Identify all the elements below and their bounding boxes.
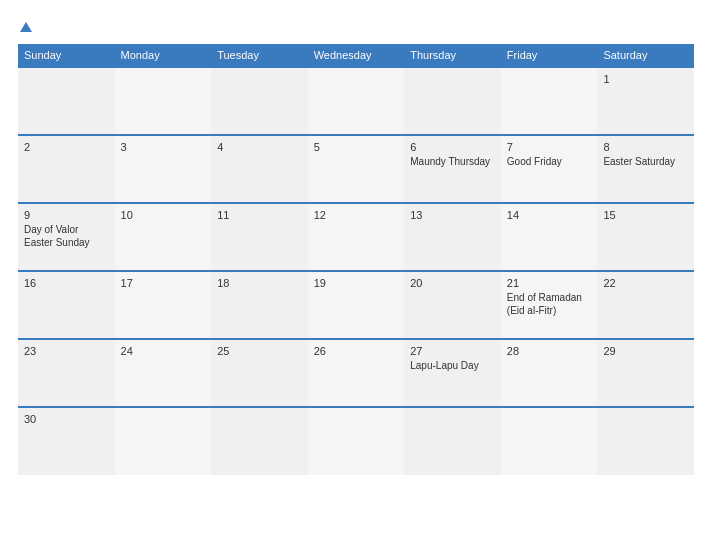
day-number: 28 <box>507 345 592 357</box>
calendar-cell: 27Lapu-Lapu Day <box>404 339 501 407</box>
day-number: 6 <box>410 141 495 153</box>
day-number: 23 <box>24 345 109 357</box>
day-number: 21 <box>507 277 592 289</box>
holiday-label: Good Friday <box>507 155 592 168</box>
day-number: 22 <box>603 277 688 289</box>
logo <box>18 18 32 34</box>
calendar-cell: 15 <box>597 203 694 271</box>
weekday-header-row: SundayMondayTuesdayWednesdayThursdayFrid… <box>18 44 694 67</box>
calendar-cell: 18 <box>211 271 308 339</box>
calendar-cell: 9Day of ValorEaster Sunday <box>18 203 115 271</box>
day-number: 8 <box>603 141 688 153</box>
day-number: 12 <box>314 209 399 221</box>
calendar-cell: 23 <box>18 339 115 407</box>
calendar-cell: 13 <box>404 203 501 271</box>
holiday-label: Easter Saturday <box>603 155 688 168</box>
calendar-cell: 10 <box>115 203 212 271</box>
calendar-cell <box>18 67 115 135</box>
day-number: 17 <box>121 277 206 289</box>
day-number: 2 <box>24 141 109 153</box>
day-number: 5 <box>314 141 399 153</box>
day-number: 18 <box>217 277 302 289</box>
calendar-cell: 14 <box>501 203 598 271</box>
calendar-cell: 28 <box>501 339 598 407</box>
calendar-cell <box>211 407 308 475</box>
day-number: 13 <box>410 209 495 221</box>
calendar-cell: 16 <box>18 271 115 339</box>
holiday-label: Lapu-Lapu Day <box>410 359 495 372</box>
holiday-label: Easter Sunday <box>24 236 109 249</box>
weekday-wednesday: Wednesday <box>308 44 405 67</box>
calendar-cell <box>115 67 212 135</box>
day-number: 3 <box>121 141 206 153</box>
calendar-cell: 29 <box>597 339 694 407</box>
calendar-cell: 11 <box>211 203 308 271</box>
day-number: 26 <box>314 345 399 357</box>
calendar-cell <box>308 67 405 135</box>
calendar-cell: 22 <box>597 271 694 339</box>
day-number: 16 <box>24 277 109 289</box>
calendar-cell: 3 <box>115 135 212 203</box>
calendar-cell: 8Easter Saturday <box>597 135 694 203</box>
calendar-cell <box>501 407 598 475</box>
calendar-cell: 25 <box>211 339 308 407</box>
day-number: 25 <box>217 345 302 357</box>
day-number: 24 <box>121 345 206 357</box>
calendar-cell: 6Maundy Thursday <box>404 135 501 203</box>
logo-triangle-icon <box>20 22 32 32</box>
calendar-cell <box>115 407 212 475</box>
week-row-4: 2324252627Lapu-Lapu Day2829 <box>18 339 694 407</box>
holiday-label: Maundy Thursday <box>410 155 495 168</box>
day-number: 14 <box>507 209 592 221</box>
calendar-cell: 4 <box>211 135 308 203</box>
calendar-cell: 17 <box>115 271 212 339</box>
weekday-sunday: Sunday <box>18 44 115 67</box>
calendar-table: SundayMondayTuesdayWednesdayThursdayFrid… <box>18 44 694 475</box>
weekday-saturday: Saturday <box>597 44 694 67</box>
weekday-tuesday: Tuesday <box>211 44 308 67</box>
day-number: 4 <box>217 141 302 153</box>
day-number: 20 <box>410 277 495 289</box>
calendar-cell: 1 <box>597 67 694 135</box>
calendar-cell <box>597 407 694 475</box>
holiday-label: (Eid al-Fitr) <box>507 304 592 317</box>
week-row-5: 30 <box>18 407 694 475</box>
calendar-cell <box>404 407 501 475</box>
calendar-cell: 26 <box>308 339 405 407</box>
day-number: 19 <box>314 277 399 289</box>
day-number: 11 <box>217 209 302 221</box>
day-number: 10 <box>121 209 206 221</box>
calendar-cell: 20 <box>404 271 501 339</box>
logo-text <box>18 18 32 34</box>
day-number: 29 <box>603 345 688 357</box>
calendar-cell <box>404 67 501 135</box>
calendar-cell: 30 <box>18 407 115 475</box>
week-row-0: 1 <box>18 67 694 135</box>
calendar-cell: 5 <box>308 135 405 203</box>
calendar-cell: 12 <box>308 203 405 271</box>
calendar-cell <box>308 407 405 475</box>
day-number: 30 <box>24 413 109 425</box>
weekday-friday: Friday <box>501 44 598 67</box>
calendar-cell: 24 <box>115 339 212 407</box>
week-row-1: 23456Maundy Thursday7Good Friday8Easter … <box>18 135 694 203</box>
weekday-thursday: Thursday <box>404 44 501 67</box>
page: SundayMondayTuesdayWednesdayThursdayFrid… <box>0 0 712 550</box>
calendar-cell: 7Good Friday <box>501 135 598 203</box>
day-number: 9 <box>24 209 109 221</box>
calendar-cell <box>211 67 308 135</box>
header <box>18 18 694 34</box>
week-row-3: 161718192021End of Ramadan(Eid al-Fitr)2… <box>18 271 694 339</box>
weekday-monday: Monday <box>115 44 212 67</box>
day-number: 27 <box>410 345 495 357</box>
calendar-cell: 2 <box>18 135 115 203</box>
week-row-2: 9Day of ValorEaster Sunday101112131415 <box>18 203 694 271</box>
holiday-label: Day of Valor <box>24 223 109 236</box>
day-number: 15 <box>603 209 688 221</box>
calendar-cell <box>501 67 598 135</box>
holiday-label: End of Ramadan <box>507 291 592 304</box>
day-number: 1 <box>603 73 688 85</box>
calendar-cell: 19 <box>308 271 405 339</box>
calendar-cell: 21End of Ramadan(Eid al-Fitr) <box>501 271 598 339</box>
day-number: 7 <box>507 141 592 153</box>
